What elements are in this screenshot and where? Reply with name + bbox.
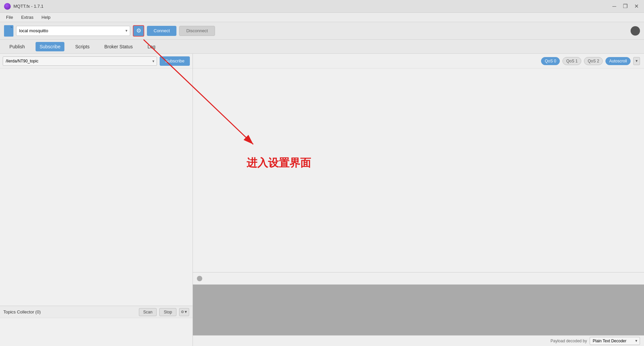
main-content: ▼ Subscribe Topics Collector (0) Scan St… (0, 54, 644, 346)
title-bar-text: MQTT.fx - 1.7.1 (13, 4, 44, 9)
topic-input[interactable] (3, 56, 157, 66)
tab-bar: Publish Subscribe Scripts Broker Status … (0, 40, 644, 54)
menu-extras[interactable]: Extras (18, 14, 37, 21)
topics-collector: Topics Collector (0) Scan Stop ⚙▼ (0, 306, 193, 346)
qos1-button[interactable]: QoS 1 (562, 57, 581, 65)
connection-select[interactable]: local mosquitto (16, 26, 130, 36)
close-button[interactable]: ✕ (633, 3, 640, 10)
right-messages-area: 进入设置界面 (193, 68, 644, 272)
topics-collector-title: Topics Collector (0) (3, 309, 136, 314)
connection-status-indicator (631, 26, 640, 36)
qos2-button[interactable]: QoS 2 (584, 57, 603, 65)
minimize-button[interactable]: ─ (611, 3, 618, 10)
autoscroll-button[interactable]: Autoscroll (605, 57, 631, 65)
subscribe-toolbar: ▼ Subscribe (0, 54, 193, 68)
tab-log[interactable]: Log (144, 42, 159, 51)
app-icon (4, 3, 11, 10)
title-bar: MQTT.fx - 1.7.1 ─ ❐ ✕ (0, 0, 644, 13)
qos0-button[interactable]: QoS 0 (541, 57, 560, 65)
settings-button[interactable] (133, 25, 144, 37)
maximize-button[interactable]: ❐ (622, 3, 629, 10)
subscribe-messages-area (0, 68, 193, 306)
connection-select-wrapper: local mosquitto ▼ (16, 26, 130, 36)
left-panel: ▼ Subscribe Topics Collector (0) Scan St… (0, 54, 193, 346)
annotation-container: 进入设置界面 (193, 68, 644, 272)
right-subscribe-toolbar: QoS 0 QoS 1 QoS 2 Autoscroll ▼ (193, 54, 644, 68)
right-detail-area: Payload decoded by Plain Text Decoder ▼ (193, 272, 644, 346)
tab-subscribe[interactable]: Subscribe (36, 42, 64, 51)
topics-settings-button[interactable]: ⚙▼ (179, 308, 189, 316)
new-connection-icon[interactable] (4, 25, 13, 37)
connect-button[interactable]: Connect (147, 26, 176, 36)
menu-bar: File Extras Help (0, 13, 644, 22)
payload-decoded-by-label: Payload decoded by (550, 339, 587, 343)
payload-decoder-select[interactable]: Plain Text Decoder (590, 337, 640, 345)
disconnect-button[interactable]: Disconnect (179, 26, 215, 36)
title-bar-controls: ─ ❐ ✕ (611, 3, 640, 10)
tab-publish[interactable]: Publish (5, 42, 29, 51)
tab-scripts[interactable]: Scripts (71, 42, 94, 51)
scan-button[interactable]: Scan (139, 308, 157, 316)
topics-settings-icon: ⚙▼ (181, 310, 188, 314)
tab-broker-status[interactable]: Broker Status (100, 42, 137, 51)
menu-file[interactable]: File (3, 14, 16, 21)
toolbar: local mosquitto ▼ Connect Disconnect (0, 22, 644, 40)
stop-button[interactable]: Stop (159, 308, 176, 316)
topics-collector-header: Topics Collector (0) Scan Stop ⚙▼ (0, 306, 193, 318)
topics-collector-body (0, 318, 193, 346)
detail-status-icon (197, 276, 202, 281)
annotation-text: 进入设置界面 (247, 156, 311, 170)
subscribe-button[interactable]: Subscribe (160, 56, 190, 66)
right-panel: QoS 0 QoS 1 QoS 2 Autoscroll ▼ 进入设置界面 Pa… (193, 54, 644, 346)
topic-input-wrapper: ▼ (3, 56, 157, 66)
menu-help[interactable]: Help (38, 14, 54, 21)
right-options-button[interactable]: ▼ (633, 57, 640, 65)
detail-header (193, 273, 644, 285)
right-options-icon: ▼ (635, 59, 638, 63)
payload-bar: Payload decoded by Plain Text Decoder ▼ (193, 335, 644, 346)
detail-body (193, 285, 644, 335)
